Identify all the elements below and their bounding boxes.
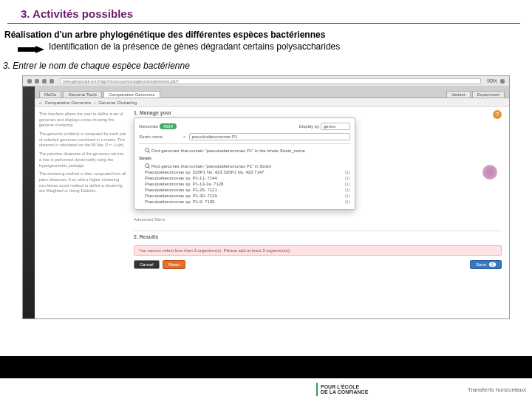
results-heading: 2. Results <box>134 231 502 239</box>
strain-subhead: Strain <box>139 156 350 160</box>
display-by-select[interactable]: genus <box>321 123 350 130</box>
logo-line1: POUR L'ÉCOLE <box>321 384 368 389</box>
tab-comparative[interactable]: Comparative Genomics <box>103 91 160 98</box>
save-button[interactable]: Save 0 <box>470 260 502 269</box>
footer-logo: POUR L'ÉCOLE DE LA CONFIANCE <box>316 383 368 396</box>
crumb-1[interactable]: Comparative Genomics <box>45 100 92 105</box>
sidebar-p4: The clustering method is then computed f… <box>39 171 126 194</box>
display-by-label: Display by <box>299 124 320 129</box>
breadcrumb: ⌂ Comparative Genomics › Genome Clusteri… <box>35 98 509 107</box>
footer-right: Transferts horizontaux <box>468 386 526 393</box>
logo-mark <box>316 383 318 396</box>
sidebar-p1: This interface allows the user to define… <box>39 112 126 129</box>
subtitle: Réalisation d'un arbre phylogénétique de… <box>0 24 532 41</box>
url-bar[interactable]: www.genoscope.cns.fr/agc/microscope/comp… <box>60 78 481 84</box>
list-item[interactable]: Pseudoalteromonas sp. P1-9- 7130(1) <box>139 199 350 205</box>
search-icon <box>145 148 149 152</box>
home-icon[interactable]: ⌂ <box>39 100 42 105</box>
info-sidebar: This interface allows the user to define… <box>35 107 131 318</box>
arrow-icon <box>18 43 44 50</box>
search-icon <box>145 163 149 168</box>
help-icon[interactable]: ? <box>493 110 502 119</box>
forward-icon[interactable] <box>35 79 39 83</box>
list-item[interactable]: Pseudoalteromonas sp. P1-30- 7129(1) <box>139 193 350 199</box>
genomes-count: 4590 <box>160 123 177 129</box>
reset-button[interactable]: Reset <box>163 260 186 269</box>
suggest-strain[interactable]: Find genomes that contain "pseudoalterom… <box>139 163 350 169</box>
tab-experiment[interactable]: Experiment <box>472 91 505 98</box>
app-screenshot: www.genoscope.cns.fr/agc/microscope/comp… <box>22 75 510 319</box>
footer-black-bar <box>0 356 532 378</box>
warning-bar: You cannot select less than 3 organism(s… <box>134 245 502 256</box>
list-item[interactable]: Pseudoalteromonas sp. P1-25- 7121(1) <box>139 187 350 193</box>
crumb-2[interactable]: Genome Clustering <box>98 100 137 105</box>
genomes-label: Genomes <box>139 124 158 129</box>
decorative-shape <box>482 165 497 180</box>
tab-genome-tools[interactable]: Genome Tools <box>63 91 102 98</box>
tab-mage[interactable]: MaGe <box>39 91 61 98</box>
manage-heading: 1. Manage your <box>134 110 502 115</box>
left-rail <box>23 86 35 318</box>
strain-input[interactable]: pseudoalteromonas P1 <box>189 133 350 140</box>
list-item[interactable]: Pseudoalteromonas sp. P1-13-1a- 7128(1) <box>139 181 350 187</box>
tab-variant[interactable]: Variant <box>446 91 471 98</box>
genome-popover: Genomes 4590 Display by genus Strain nam… <box>134 117 355 210</box>
reload-icon[interactable] <box>42 79 47 83</box>
svg-marker-0 <box>18 46 44 53</box>
list-item[interactable]: Pseudoalteromonas sp. P1-11- 7144(1) <box>139 175 350 181</box>
zoom-level: 90% <box>487 78 497 83</box>
section-title: 3. Activités possibles <box>0 0 532 23</box>
footer: POUR L'ÉCOLE DE LA CONFIANCE Transferts … <box>6 383 526 396</box>
strain-label: Strain name <box>139 134 180 139</box>
step-instruction: 3. Entrer le nom de chaque espèce bactér… <box>0 52 532 74</box>
app-tabs: MaGe Genome Tools Comparative Genomics V… <box>35 86 509 98</box>
menu-icon[interactable] <box>500 79 505 83</box>
browser-toolbar: www.genoscope.cns.fr/agc/microscope/comp… <box>23 76 509 86</box>
back-icon[interactable] <box>27 79 32 83</box>
advanced-filters[interactable]: Advanced filters <box>134 216 502 223</box>
content-area: ? 1. Manage your Genomes 4590 Display by <box>131 107 509 318</box>
home-icon[interactable] <box>50 79 54 83</box>
logo-line2: DE LA CONFIANCE <box>321 389 368 395</box>
sidebar-p2: The genomic similarity is computed for e… <box>39 132 126 149</box>
list-item[interactable]: Pseudoalteromonas sp. 520P1 No. 423 520P… <box>139 169 350 175</box>
description: Identification de la présence de gènes d… <box>49 41 340 52</box>
suggest-whole[interactable]: Find genomes that contain "pseudoalterom… <box>139 147 350 154</box>
cancel-button[interactable]: Cancel <box>134 260 160 269</box>
sidebar-p3: The pairwise distances of the genomes se… <box>39 151 126 168</box>
